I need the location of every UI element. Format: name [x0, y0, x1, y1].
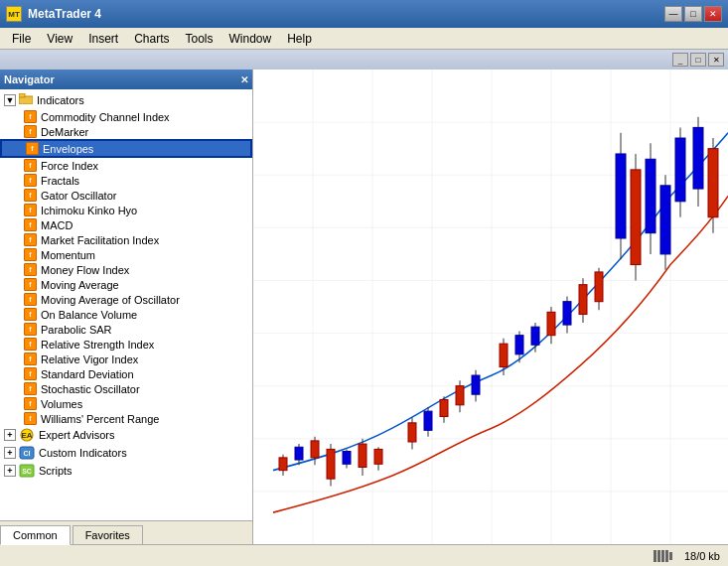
tab-favorites[interactable]: Favorites — [73, 525, 143, 544]
list-item[interactable]: f Williams' Percent Range — [0, 411, 252, 426]
indicator-label: Stochastic Oscillator — [41, 383, 140, 395]
indicator-label: Moving Average of Oscillator — [41, 294, 180, 306]
menu-charts[interactable]: Charts — [126, 30, 177, 48]
navigator-panel: Navigator ✕ ▼ Indicators f Commodity Cha… — [0, 70, 253, 544]
tab-common[interactable]: Common — [0, 525, 71, 545]
mdi-close[interactable]: ✕ — [708, 53, 724, 67]
list-item-envelopes[interactable]: f Envelopes — [0, 139, 252, 158]
navigator-header: Navigator ✕ — [0, 70, 252, 89]
mdi-restore[interactable]: □ — [690, 53, 706, 67]
minimize-button[interactable]: — — [664, 6, 682, 22]
indicator-label: Gator Oscillator — [41, 190, 116, 202]
menu-view[interactable]: View — [39, 30, 80, 48]
indicators-section[interactable]: ▼ Indicators — [0, 91, 252, 109]
list-item[interactable]: f Stochastic Oscillator — [0, 381, 252, 396]
indicator-label: Standard Deviation — [41, 368, 134, 380]
maximize-button[interactable]: □ — [684, 6, 702, 22]
custom-indicators-section[interactable]: + CI Custom Indicators — [0, 444, 252, 462]
list-item[interactable]: f Ichimoku Kinko Hyo — [0, 203, 252, 217]
svg-rect-49 — [500, 344, 508, 366]
indicator-label: Money Flow Index — [41, 264, 129, 276]
svg-rect-31 — [327, 449, 335, 479]
app-title: MetaTrader 4 — [28, 7, 101, 21]
svg-text:EA: EA — [21, 431, 32, 440]
svg-rect-61 — [595, 272, 603, 302]
menu-file[interactable]: File — [4, 30, 39, 48]
svg-rect-35 — [359, 444, 366, 467]
list-item[interactable]: f Relative Strength Index — [0, 337, 252, 352]
indicator-icon: f — [24, 382, 37, 395]
indicator-label: Ichimoku Kinko Hyo — [41, 205, 137, 216]
candlestick-chart — [253, 70, 728, 544]
indicator-icon: f — [24, 293, 37, 306]
list-item[interactable]: f On Balance Volume — [0, 307, 252, 322]
svg-rect-33 — [343, 452, 351, 465]
expert-advisors-icon: EA — [19, 428, 35, 442]
expert-advisors-expand-icon[interactable]: + — [4, 429, 16, 441]
indicator-icon: f — [24, 412, 37, 425]
menu-tools[interactable]: Tools — [178, 30, 221, 48]
indicators-folder-icon — [19, 93, 33, 107]
indicator-label: Parabolic SAR — [41, 324, 112, 336]
list-item[interactable]: f Money Flow Index — [0, 262, 252, 277]
close-button[interactable]: ✕ — [704, 6, 722, 22]
custom-indicators-label: Custom Indicators — [39, 447, 127, 459]
indicator-icon: f — [24, 159, 37, 172]
indicator-label: Williams' Percent Range — [41, 413, 159, 425]
menu-insert[interactable]: Insert — [80, 30, 126, 48]
svg-rect-51 — [515, 336, 523, 354]
indicator-label: Force Index — [41, 160, 98, 172]
menu-window[interactable]: Window — [221, 30, 280, 48]
list-item[interactable]: f Volumes — [0, 396, 252, 411]
scripts-label: Scripts — [39, 465, 73, 477]
svg-rect-43 — [440, 399, 448, 416]
list-item[interactable]: f DeMarker — [0, 124, 252, 139]
title-bar: MT MetaTrader 4 — □ ✕ — [0, 0, 728, 28]
list-item[interactable]: f Relative Vigor Index — [0, 352, 252, 366]
indicator-label: Commodity Channel Index — [41, 111, 170, 123]
status-dots — [654, 550, 672, 562]
list-item[interactable]: f MACD — [0, 217, 252, 232]
indicator-label: Moving Average — [41, 279, 119, 291]
svg-rect-25 — [279, 458, 287, 471]
status-kb: 18/0 kb — [684, 550, 720, 562]
list-item[interactable]: f Parabolic SAR — [0, 322, 252, 337]
list-item[interactable]: f Fractals — [0, 173, 252, 188]
scripts-expand-icon[interactable]: + — [4, 465, 16, 477]
navigator-list[interactable]: ▼ Indicators f Commodity Channel Index f… — [0, 89, 252, 520]
chart-area[interactable]: Double Click Envelopes Indicator — [253, 70, 728, 544]
svg-rect-71 — [675, 138, 685, 202]
mdi-minimize[interactable]: _ — [672, 53, 688, 67]
svg-text:CI: CI — [24, 450, 31, 457]
svg-rect-73 — [693, 127, 703, 189]
custom-indicators-icon: CI — [19, 446, 35, 460]
list-item[interactable]: f Moving Average of Oscillator — [0, 292, 252, 307]
list-item[interactable]: f Moving Average — [0, 277, 252, 292]
indicator-icon: f — [24, 233, 37, 246]
navigator-title: Navigator — [4, 73, 55, 85]
list-item[interactable]: f Standard Deviation — [0, 366, 252, 381]
indicators-expand-icon[interactable]: ▼ — [4, 94, 16, 106]
indicator-icon: f — [24, 397, 37, 410]
list-item[interactable]: f Force Index — [0, 158, 252, 173]
expert-advisors-section[interactable]: + EA Expert Advisors — [0, 426, 252, 444]
svg-rect-67 — [646, 159, 655, 232]
list-item[interactable]: f Market Facilitation Index — [0, 232, 252, 247]
menu-bar: File View Insert Charts Tools Window Hel… — [0, 28, 728, 50]
indicator-label: On Balance Volume — [41, 309, 137, 321]
list-item[interactable]: f Momentum — [0, 247, 252, 262]
list-item[interactable]: f Commodity Channel Index — [0, 109, 252, 124]
list-item[interactable]: f Gator Oscillator — [0, 188, 252, 203]
indicator-icon: f — [24, 248, 37, 261]
navigator-tabs: Common Favorites — [0, 520, 252, 544]
svg-rect-75 — [708, 149, 718, 217]
indicator-label: Envelopes — [43, 143, 93, 155]
navigator-close-button[interactable]: ✕ — [240, 74, 248, 85]
menu-help[interactable]: Help — [279, 30, 320, 48]
svg-rect-1 — [19, 93, 25, 97]
svg-rect-65 — [631, 170, 641, 265]
scripts-section[interactable]: + SC Scripts — [0, 462, 252, 480]
indicator-icon: f — [24, 367, 37, 380]
custom-indicators-expand-icon[interactable]: + — [4, 447, 16, 459]
indicator-icon: f — [24, 263, 37, 276]
